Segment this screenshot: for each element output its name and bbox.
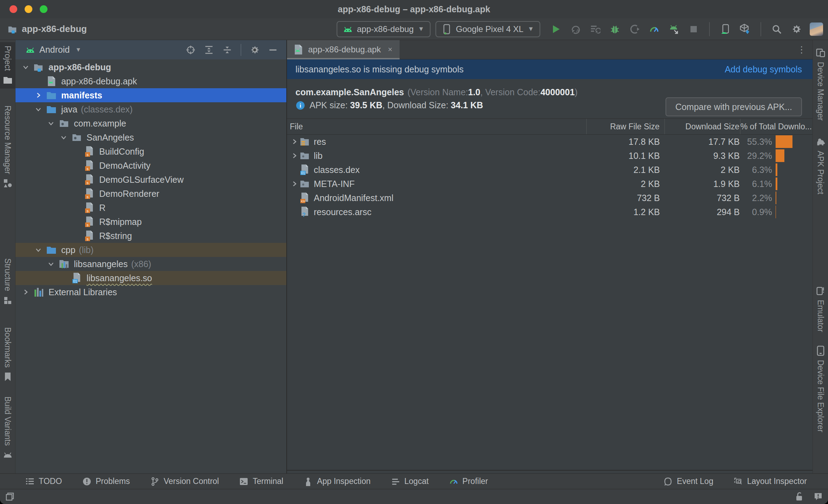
banner-message: libsanangeles.so is missing debug symbol… — [295, 64, 464, 75]
hide-panel-button[interactable] — [268, 45, 278, 55]
chevron-down-icon[interactable] — [21, 63, 30, 72]
apk-project-icon — [816, 137, 826, 147]
tree-item-cpp[interactable]: cpp(lib) — [15, 243, 286, 257]
apk-file-icon — [293, 45, 303, 54]
settings-button[interactable] — [790, 23, 803, 35]
user-avatar[interactable] — [810, 22, 823, 36]
percent-of-total: 0.9% — [740, 207, 776, 217]
tool-button-layout-inspector[interactable]: Layout Inspector — [734, 477, 807, 486]
run-configuration-select[interactable]: app-x86-debug ▼ — [337, 21, 431, 37]
tree-item-com-example[interactable]: com.example — [15, 116, 286, 130]
tool-button-todo[interactable]: TODO — [25, 477, 62, 486]
device-select[interactable]: Google Pixel 4 XL ▼ — [435, 21, 540, 37]
table-row-res[interactable]: res17.8 KB17.7 KB55.3% — [287, 135, 813, 149]
tree-item-sanangeles[interactable]: SanAngeles — [15, 130, 286, 144]
table-row-resources-arsc[interactable]: ?resources.arsc1.2 KB294 B0.9% — [287, 205, 813, 219]
folder-blue-icon — [46, 104, 57, 115]
profile-app-button[interactable] — [628, 23, 641, 35]
chevron-down-icon[interactable] — [34, 245, 43, 254]
hide-tool-windows-icon[interactable] — [5, 492, 15, 502]
tree-item-libsanangeles-so[interactable]: 01libsanangeles.so — [15, 271, 286, 285]
tree-item-r[interactable]: sR — [15, 201, 286, 215]
search-everywhere-button[interactable] — [770, 23, 783, 35]
terminal-icon — [239, 477, 248, 486]
tree-item-buildconfig[interactable]: sBuildConfig — [15, 144, 286, 159]
tool-button-device-manager[interactable]: Device Manager — [813, 44, 828, 124]
tool-button-apk-project[interactable]: APK Project — [813, 133, 828, 198]
table-row-lib[interactable]: lib10.1 KB9.3 KB29.2% — [287, 149, 813, 163]
tool-button-problems[interactable]: Problems — [82, 477, 130, 486]
chevron-right-icon[interactable] — [290, 180, 299, 188]
tool-button-logcat[interactable]: Logcat — [391, 477, 429, 486]
device-mirroring-button[interactable] — [719, 23, 732, 35]
chevron-down-icon[interactable] — [34, 105, 43, 114]
project-view-selector[interactable]: Android ▼ — [25, 45, 81, 55]
column-raw-file-size[interactable]: Raw File Size — [587, 119, 665, 134]
stop-button[interactable] — [687, 23, 700, 35]
project-breadcrumb[interactable]: app-x86-debug — [8, 24, 87, 34]
chevron-down-icon[interactable] — [46, 119, 56, 128]
tool-button-emulator[interactable]: Emulator — [813, 282, 828, 336]
table-row-meta-inf[interactable]: META-INF2 KB1.9 KB6.1% — [287, 177, 813, 191]
notifications-icon[interactable] — [813, 492, 823, 502]
compare-apk-button[interactable]: Compare with previous APK... — [665, 97, 802, 116]
expand-all-button[interactable] — [204, 45, 214, 55]
tree-item-r-mipmap[interactable]: sR$mipmap — [15, 215, 286, 229]
lock-open-icon[interactable] — [794, 492, 804, 502]
apply-code-changes-button[interactable] — [589, 23, 601, 35]
apply-changes-button[interactable]: A — [569, 23, 582, 35]
attach-debugger-button[interactable] — [668, 23, 680, 35]
table-row-androidmanifest-xml[interactable]: <>AndroidManifest.xml732 B732 B2.2% — [287, 191, 813, 205]
chevron-down-icon[interactable] — [46, 259, 56, 269]
tree-item-libsanangeles[interactable]: libsanangeles(x86) — [15, 257, 286, 271]
tool-button-event-log[interactable]: Event Log — [663, 477, 713, 486]
android-icon — [25, 45, 35, 55]
tree-item-label: manifests — [61, 90, 102, 101]
tree-item-demoglsurfaceview[interactable]: sDemoGLSurfaceView — [15, 173, 286, 187]
tree-item-app-x86-debug-apk[interactable]: app-x86-debug.apk — [15, 74, 286, 88]
tree-item-manifests[interactable]: manifests — [15, 88, 286, 102]
raw-file-size: 17.8 KB — [587, 137, 665, 147]
tree-item-label: SanAngeles — [87, 133, 134, 143]
run-button[interactable] — [549, 23, 562, 35]
tool-button-app-inspection[interactable]: App Inspection — [304, 477, 370, 486]
chevron-right-icon[interactable] — [290, 152, 299, 160]
debug-button[interactable] — [609, 23, 621, 35]
editor-options-icon[interactable]: ⋮ — [797, 44, 806, 55]
add-debug-symbols-link[interactable]: Add debug symbols — [725, 64, 802, 75]
column-percent-of-total[interactable]: % of Total Downlo... — [740, 119, 813, 134]
chevron-right-icon[interactable] — [290, 138, 299, 146]
tree-item-demorenderer[interactable]: sDemoRenderer — [15, 187, 286, 201]
tool-button-build-variants[interactable]: Build Variants — [0, 393, 15, 463]
tool-button-device-file-explorer[interactable]: Device File Explorer — [813, 342, 828, 436]
tree-item-external-libraries[interactable]: External Libraries — [15, 285, 286, 299]
tool-button-terminal[interactable]: Terminal — [239, 477, 283, 486]
percent-bar — [776, 163, 813, 176]
tab-apk[interactable]: app-x86-debug.apk × — [287, 40, 400, 59]
profiler-button[interactable] — [648, 23, 661, 35]
column-file[interactable]: File — [287, 119, 587, 134]
tool-button-profiler[interactable]: Profiler — [449, 477, 488, 486]
sdk-manager-button[interactable] — [739, 23, 751, 35]
chevron-down-icon[interactable] — [59, 133, 68, 142]
table-row-classes-dex[interactable]: 01classes.dex2.1 KB2 KB6.3% — [287, 163, 813, 177]
tool-button-structure[interactable]: Structure — [0, 255, 15, 309]
file-name: classes.dex — [314, 165, 360, 175]
chevron-right-icon[interactable] — [21, 287, 30, 297]
column-download-size[interactable]: Download Size — [665, 119, 740, 134]
chevron-right-icon[interactable] — [34, 91, 43, 100]
folder-dim-icon — [299, 150, 310, 161]
panel-options-button[interactable] — [250, 45, 260, 55]
tree-item-app-x86-debug[interactable]: app-x86-debug — [15, 60, 286, 74]
tree-item-r-string[interactable]: sR$string — [15, 229, 286, 243]
tool-button-version-control[interactable]: Version Control — [150, 477, 219, 486]
tool-button-bookmarks[interactable]: Bookmarks — [0, 324, 15, 385]
download-size: 34.1 KB — [451, 100, 483, 110]
tree-item-demoactivity[interactable]: sDemoActivity — [15, 159, 286, 173]
select-opened-file-button[interactable] — [186, 45, 196, 55]
collapse-all-button[interactable] — [222, 45, 232, 55]
tree-item-java[interactable]: java(classes.dex) — [15, 102, 286, 116]
tool-button-resource-manager[interactable]: Resource Manager — [0, 102, 15, 192]
close-tab-icon[interactable]: × — [388, 45, 393, 54]
tool-button-project[interactable]: Project — [0, 42, 15, 89]
